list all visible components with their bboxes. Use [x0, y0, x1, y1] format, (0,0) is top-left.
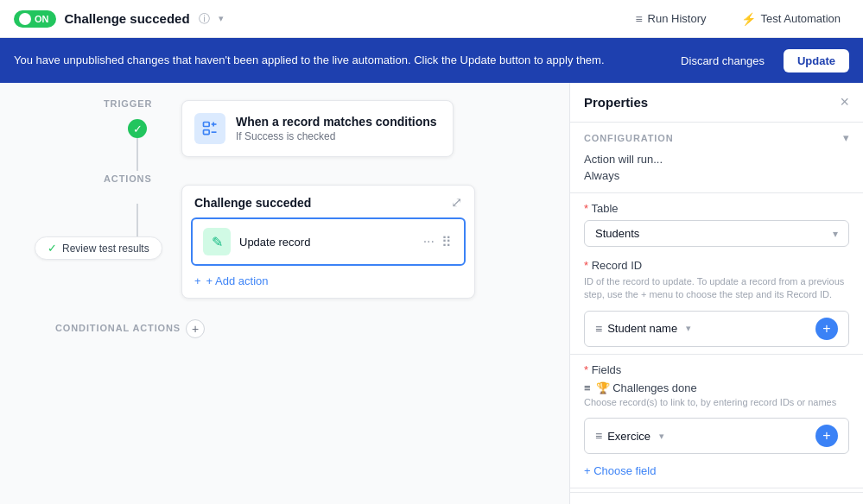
divider-2 — [570, 354, 863, 355]
exercice-field[interactable]: ≡ Exercice ▾ + — [584, 418, 849, 454]
table-select-chevron: ▾ — [833, 228, 838, 240]
exercice-value: Exercice — [607, 430, 650, 443]
record-id-field[interactable]: ≡ Student name ▾ + — [584, 311, 849, 347]
test-step-section: TEST STEP ▾ — [570, 492, 863, 504]
header-left: ON Challenge succeded ⓘ ▾ — [14, 10, 224, 28]
link-field-name: ≡ 🏆 Challenges done — [570, 378, 863, 396]
exercice-field-left: ≡ Exercice ▾ — [595, 429, 664, 443]
banner-message: You have unpublished changes that haven'… — [14, 52, 670, 69]
table-value: Students — [595, 227, 639, 240]
properties-panel: Properties × CONFIGURATION ▾ Action will… — [569, 83, 863, 504]
link-field-help: Choose record(s) to link to, by entering… — [570, 396, 863, 414]
svg-rect-0 — [204, 123, 210, 127]
exercice-chevron: ▾ — [659, 431, 664, 442]
trigger-icon-box — [194, 113, 225, 144]
test-automation-button[interactable]: ⚡ Test Automation — [733, 7, 850, 31]
toggle-switch[interactable]: ON — [14, 10, 56, 28]
add-icon: + — [194, 274, 201, 287]
action-group-card: Challenge succeded ⤢ ✎ Update record ···… — [181, 185, 475, 299]
trigger-card-text: When a record matches conditions If Succ… — [236, 115, 437, 142]
action-will-run-label: Action will run... — [570, 148, 863, 167]
update-record-row[interactable]: ✎ Update record ··· ⠿ — [191, 217, 466, 266]
configuration-section: CONFIGURATION ▾ — [570, 123, 863, 148]
exercice-icon: ≡ — [595, 429, 602, 443]
add-conditional-action-button[interactable]: + — [186, 319, 205, 338]
student-name-chevron: ▾ — [686, 323, 691, 334]
test-icon: ⚡ — [741, 12, 756, 26]
divider-1 — [570, 192, 863, 193]
update-record-icon-box: ✎ — [203, 228, 231, 255]
drag-handle-icon[interactable]: ⠿ — [440, 232, 454, 252]
app-title: Challenge succeded — [65, 11, 190, 26]
record-id-help: ID of the record to update. To update a … — [570, 274, 863, 307]
header-right: ≡ Run History ⚡ Test Automation — [626, 7, 849, 31]
review-label: Review test results — [62, 243, 149, 255]
run-history-label: Run History — [648, 12, 707, 25]
link-field-title: 🏆 Challenges done — [596, 381, 697, 394]
unpublished-banner: You have unpublished changes that haven'… — [0, 38, 863, 83]
trigger-title: When a record matches conditions — [236, 115, 437, 129]
panel-title: Properties — [584, 95, 648, 110]
actions-section-label: ACTIONS — [104, 173, 152, 184]
table-field-label: Table — [570, 197, 863, 217]
expand-icon[interactable]: ⤢ — [451, 194, 462, 211]
record-id-field-icon: ≡ — [595, 322, 602, 336]
discard-changes-button[interactable]: Discard changes — [670, 49, 775, 72]
always-value: Always — [570, 167, 863, 189]
app-header: ON Challenge succeded ⓘ ▾ ≡ Run History … — [0, 0, 863, 38]
banner-actions: Discard changes Update — [670, 49, 849, 72]
review-test-results-button[interactable]: ✓ Review test results — [35, 236, 162, 260]
choose-field-link[interactable]: + Choose field — [570, 461, 863, 484]
update-button[interactable]: Update — [784, 49, 849, 72]
trigger-check-icon: ✓ — [128, 119, 147, 138]
add-exercice-button[interactable]: + — [815, 425, 838, 447]
action-group-title: Challenge succeded — [194, 196, 311, 210]
link-field-icon: ≡ — [584, 381, 591, 394]
automation-canvas: TRIGGER ✓ When a record matches conditio… — [0, 83, 569, 504]
conditional-actions-label: CONDITIONAL ACTIONS — [55, 323, 181, 333]
close-icon[interactable]: × — [840, 93, 849, 111]
conditions-icon — [201, 120, 219, 137]
history-icon: ≡ — [635, 12, 642, 26]
info-icon[interactable]: ⓘ — [199, 11, 210, 27]
add-action-button[interactable]: + + Add action — [182, 274, 474, 298]
update-record-actions: ··· ⠿ — [422, 232, 454, 252]
add-action-label: + Add action — [206, 274, 269, 287]
toggle-label: ON — [35, 14, 49, 24]
chevron-down-icon[interactable]: ▾ — [219, 13, 224, 24]
main-layout: TRIGGER ✓ When a record matches conditio… — [0, 83, 863, 504]
trigger-card[interactable]: When a record matches conditions If Succ… — [181, 100, 454, 157]
trigger-subtitle: If Success is checked — [236, 130, 437, 142]
update-record-label: Update record — [239, 236, 413, 249]
divider-3 — [570, 488, 863, 488]
record-field-left: ≡ Student name ▾ — [595, 322, 691, 336]
config-label: CONFIGURATION — [584, 133, 674, 143]
toggle-dot — [19, 13, 31, 25]
svg-rect-1 — [204, 130, 210, 135]
test-automation-label: Test Automation — [761, 12, 841, 25]
action-group-header: Challenge succeded ⤢ — [182, 186, 474, 217]
run-history-button[interactable]: ≡ Run History — [626, 7, 714, 31]
table-select[interactable]: Students ▾ — [584, 220, 849, 247]
record-id-label: Record ID — [570, 254, 863, 274]
connector-line-1 — [136, 138, 138, 171]
fields-section-label: Fields — [570, 358, 863, 378]
add-record-id-button[interactable]: + — [815, 318, 838, 340]
student-name-value: Student name — [607, 322, 677, 335]
config-chevron-icon[interactable]: ▾ — [843, 131, 849, 144]
trigger-section-label: TRIGGER — [104, 98, 152, 109]
review-check-icon: ✓ — [48, 242, 57, 255]
panel-header: Properties × — [570, 83, 863, 123]
ellipsis-icon[interactable]: ··· — [422, 232, 436, 251]
